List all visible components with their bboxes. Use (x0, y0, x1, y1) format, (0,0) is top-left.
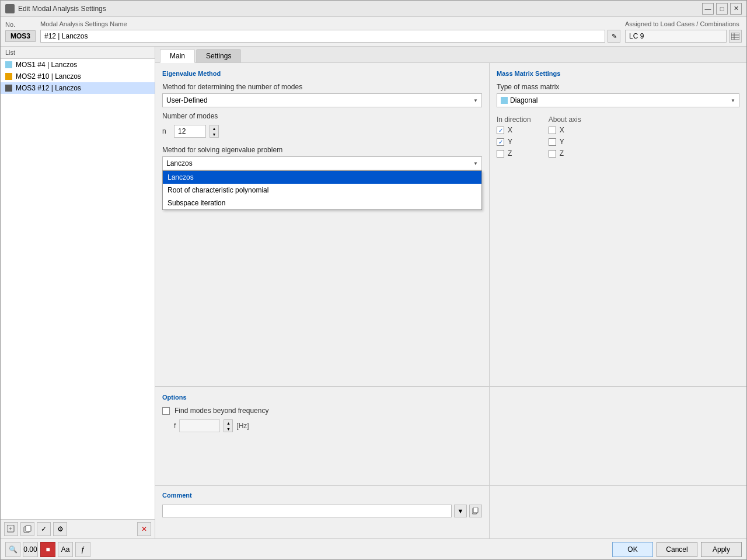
method-label: Method for determining the number of mod… (162, 83, 482, 91)
axis-x-label: X (560, 126, 564, 134)
n-decrement[interactable]: ▼ (210, 131, 218, 137)
mass-matrix-panel: Mass Matrix Settings Type of mass matrix… (490, 63, 746, 386)
options-panel: Options Find modes beyond frequency f ▲ (155, 387, 490, 485)
comment-panel: Comment ▼ (155, 486, 490, 538)
direction-area: In direction ✓ X ✓ Y (497, 116, 739, 161)
n-input[interactable] (174, 125, 206, 138)
solve-option-subspace[interactable]: Subspace iteration (163, 197, 481, 209)
check-button[interactable]: ✓ (37, 522, 51, 536)
f-label: f (174, 422, 176, 430)
axis-y-checkbox[interactable] (549, 138, 556, 146)
maximize-button[interactable]: □ (716, 3, 728, 15)
solve-option-lanczos[interactable]: Lanczos (163, 171, 481, 184)
axis-x-row: X (549, 126, 581, 134)
list-item[interactable]: MOS1 #4 | Lanczos (1, 59, 155, 71)
color-tool-button[interactable]: ■ (40, 542, 55, 557)
assigned-label: Assigned to Load Cases / Combinations (625, 20, 742, 27)
num-modes-row: Number of modes (162, 112, 482, 120)
solve-dropdown-menu: Lanczos Root of characteristic polynomia… (162, 170, 482, 210)
header-row: No. MOS3 Modal Analysis Settings Name ✎ … (1, 17, 746, 47)
find-modes-label: Find modes beyond frequency (174, 407, 268, 415)
delete-item-button[interactable]: ✕ (137, 522, 151, 536)
options-right-panel (490, 387, 746, 485)
solve-dropdown[interactable]: Lanczos ▼ (162, 156, 482, 170)
about-axis-header: About axis (549, 116, 581, 124)
axis-x-checkbox[interactable] (549, 127, 556, 134)
copy-icon (23, 525, 32, 533)
comment-panels-row: Comment ▼ (155, 486, 746, 538)
comment-dropdown-btn[interactable]: ▼ (454, 505, 467, 517)
panels-area: Eigenvalue Method Method for determining… (155, 63, 746, 538)
content-area: Main Settings Eigenvalue Method Method f… (155, 47, 746, 538)
add-item-button[interactable]: + (4, 522, 18, 536)
method-dropdown[interactable]: User-Defined ▼ (162, 93, 482, 107)
about-axis-col: About axis X Y (549, 116, 581, 161)
main-content: No. MOS3 Modal Analysis Settings Name ✎ … (1, 17, 746, 559)
axis-z-label: Z (560, 149, 564, 158)
tab-main[interactable]: Main (160, 49, 195, 63)
freq-unit: [Hz] (236, 422, 249, 430)
minimize-button[interactable]: — (702, 3, 714, 15)
window-controls: — □ ✕ (702, 3, 742, 15)
name-input-row: ✎ (40, 30, 620, 43)
solve-section: Method for solving eigenvalue problem La… (162, 146, 482, 170)
dir-z-row: Z (497, 149, 531, 158)
solve-arrow: ▼ (473, 161, 478, 166)
mass-matrix-title: Mass Matrix Settings (497, 70, 739, 77)
body-layout: List MOS1 #4 | Lanczos MOS2 #10 | Lanczo… (1, 47, 746, 538)
bottom-right-buttons: OK Cancel Apply (612, 542, 742, 557)
list-item[interactable]: MOS2 #10 | Lanczos (1, 71, 155, 82)
assigned-table-button[interactable] (729, 30, 742, 43)
sidebar: List MOS1 #4 | Lanczos MOS2 #10 | Lanczo… (1, 47, 155, 538)
dir-x-checkbox[interactable]: ✓ (497, 127, 504, 134)
comment-copy-btn[interactable] (469, 505, 482, 517)
name-input[interactable] (40, 30, 605, 43)
add-icon: + (7, 525, 15, 533)
n-spinner: ▲ ▼ (210, 125, 219, 138)
solve-label: Method for solving eigenvalue problem (162, 146, 482, 154)
assigned-input (625, 30, 727, 43)
mass-type-label: Type of mass matrix (497, 83, 739, 91)
no-section: No. MOS3 (5, 21, 36, 42)
item-label-mos3: MOS3 #12 | Lanczos (16, 84, 81, 92)
formula-tool-button[interactable]: ƒ (75, 542, 90, 557)
cancel-button[interactable]: Cancel (657, 542, 697, 557)
n-increment[interactable]: ▲ (210, 125, 218, 131)
freq-input (179, 419, 220, 432)
axis-z-checkbox[interactable] (549, 150, 556, 158)
list-header: List (1, 47, 155, 59)
axis-y-label: Y (560, 138, 564, 146)
assigned-section: Assigned to Load Cases / Combinations (625, 20, 742, 43)
eigenvalue-panel: Eigenvalue Method Method for determining… (155, 63, 490, 386)
freq-decrement: ▼ (224, 426, 232, 432)
in-direction-header: In direction (497, 116, 531, 124)
dir-x-row: ✓ X (497, 126, 531, 134)
settings-button[interactable]: ⚙ (53, 522, 67, 536)
font-tool-button[interactable]: Aa (58, 542, 73, 557)
dir-x-label: X (508, 126, 512, 134)
close-button[interactable]: ✕ (730, 3, 742, 15)
ok-button[interactable]: OK (612, 542, 653, 557)
options-title: Options (162, 394, 482, 401)
list-item-selected[interactable]: MOS3 #12 | Lanczos (1, 82, 155, 94)
apply-button[interactable]: Apply (701, 542, 742, 557)
svg-rect-0 (731, 33, 739, 40)
tab-settings[interactable]: Settings (196, 49, 241, 62)
search-tool-button[interactable]: 🔍 (5, 542, 20, 557)
name-label: Modal Analysis Settings Name (40, 20, 620, 27)
copy-icon-sm (472, 508, 479, 514)
solve-option-root[interactable]: Root of characteristic polynomial (163, 184, 481, 197)
dir-y-checkbox[interactable]: ✓ (497, 138, 504, 146)
solve-value: Lanczos (166, 159, 193, 167)
svg-rect-7 (26, 526, 31, 531)
comment-input[interactable] (162, 505, 452, 517)
tabs-bar: Main Settings (155, 47, 746, 63)
copy-item-button[interactable] (20, 522, 34, 536)
mass-type-dropdown[interactable]: Diagonal ▼ (497, 93, 739, 107)
name-edit-button[interactable]: ✎ (608, 30, 620, 43)
dir-z-checkbox[interactable] (497, 150, 504, 158)
comment-right-panel (490, 486, 746, 538)
find-modes-checkbox[interactable] (162, 407, 170, 415)
decimal-tool-button[interactable]: 0.00 (23, 542, 38, 557)
sidebar-toolbar: + ✓ ⚙ ✕ (1, 519, 155, 538)
